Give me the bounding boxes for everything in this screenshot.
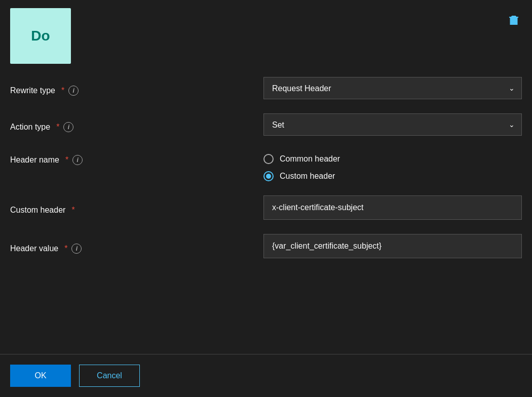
header-name-control: Common header Custom header bbox=[263, 150, 522, 181]
header-name-info-icon[interactable]: i bbox=[72, 155, 83, 165]
custom-header-label: Custom header bbox=[10, 206, 65, 215]
action-type-control: Set Delete Append ⌄ bbox=[263, 113, 522, 136]
header-name-radio-group: Common header Custom header bbox=[263, 150, 522, 181]
action-type-dropdown-wrapper: Set Delete Append ⌄ bbox=[263, 113, 522, 136]
main-container: Do Rewrite type * i bbox=[0, 0, 532, 397]
action-type-required: * bbox=[56, 123, 59, 132]
rewrite-type-required: * bbox=[61, 86, 64, 95]
rewrite-type-label-area: Rewrite type * i bbox=[10, 81, 263, 96]
header-value-required: * bbox=[64, 244, 67, 253]
custom-header-radio-option[interactable]: Custom header bbox=[263, 171, 522, 181]
header-name-row: Header name * i Common header bbox=[10, 150, 522, 181]
header-value-row: Header value * i bbox=[10, 234, 522, 258]
action-type-row: Action type * i Set Delete Append ⌄ bbox=[10, 113, 522, 136]
header-value-label-area: Header value * i bbox=[10, 239, 263, 254]
rewrite-type-control: Request Header Response Header URL ⌄ bbox=[263, 77, 522, 99]
header-value-label: Header value bbox=[10, 244, 58, 253]
custom-header-radio-label: Custom header bbox=[280, 172, 335, 181]
form-area: Rewrite type * i Request Header Response… bbox=[0, 72, 532, 354]
custom-header-input[interactable] bbox=[263, 195, 522, 220]
action-type-info-icon[interactable]: i bbox=[63, 122, 73, 132]
custom-header-row: Custom header * bbox=[10, 195, 522, 220]
rewrite-type-dropdown-wrapper: Request Header Response Header URL ⌄ bbox=[263, 77, 522, 99]
custom-header-radio-inner bbox=[266, 174, 271, 179]
cancel-button[interactable]: Cancel bbox=[79, 365, 140, 387]
header-name-required: * bbox=[65, 155, 68, 165]
header-value-input[interactable] bbox=[263, 234, 522, 258]
rewrite-type-row: Rewrite type * i Request Header Response… bbox=[10, 77, 522, 99]
custom-header-label-area: Custom header * bbox=[10, 201, 263, 215]
header-value-control bbox=[263, 234, 522, 258]
do-badge: Do bbox=[10, 8, 71, 64]
custom-header-radio-circle[interactable] bbox=[263, 171, 274, 181]
common-header-radio-circle[interactable] bbox=[263, 154, 274, 164]
common-header-radio-label: Common header bbox=[280, 154, 340, 164]
ok-button[interactable]: OK bbox=[10, 365, 71, 387]
common-header-radio-option[interactable]: Common header bbox=[263, 154, 522, 164]
header-value-info-icon[interactable]: i bbox=[71, 244, 82, 254]
rewrite-type-select[interactable]: Request Header Response Header URL bbox=[263, 77, 522, 99]
action-type-label-area: Action type * i bbox=[10, 117, 263, 132]
custom-header-required: * bbox=[71, 206, 74, 215]
custom-header-control bbox=[263, 195, 522, 220]
rewrite-type-label: Rewrite type bbox=[10, 86, 55, 95]
do-badge-label: Do bbox=[31, 28, 50, 44]
header-name-label-area: Header name * i bbox=[10, 150, 263, 165]
header-name-label: Header name bbox=[10, 155, 59, 165]
rewrite-type-info-icon[interactable]: i bbox=[68, 86, 79, 96]
action-type-select[interactable]: Set Delete Append bbox=[263, 113, 522, 136]
action-type-label: Action type bbox=[10, 123, 50, 132]
delete-icon[interactable] bbox=[506, 12, 522, 31]
header-area: Do bbox=[0, 0, 532, 72]
footer-area: OK Cancel bbox=[0, 354, 532, 397]
